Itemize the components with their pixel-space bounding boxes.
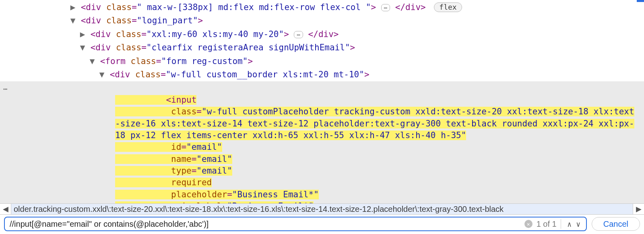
active-tab-indicator (637, 0, 644, 2)
prev-match-icon[interactable]: ∧ (565, 220, 574, 228)
search-input[interactable] (9, 219, 524, 229)
ellipsis-icon[interactable]: ⋯ (381, 4, 390, 11)
clear-search-icon[interactable]: ✕ (524, 220, 533, 228)
expand-icon[interactable]: ▶ (80, 29, 85, 40)
dom-node[interactable]: ▶ <div class="xxl:my-60 xls:my-40 my-20"… (0, 28, 644, 41)
dom-node[interactable]: ▼ <div class="login_part"> (0, 14, 644, 27)
divider (561, 219, 561, 229)
dom-node[interactable]: ▶ <div class=" max-w-[338px] md:flex md:… (0, 1, 644, 14)
find-bar: ✕ 1 of 1 ∧ ∨ Cancel (0, 215, 644, 234)
next-match-icon[interactable]: ∨ (574, 220, 583, 228)
breadcrumb-text[interactable]: older.tracking-custom.xxld\:text-size-20… (11, 205, 633, 214)
collapse-icon[interactable]: ▼ (70, 15, 76, 27)
dom-tree[interactable]: ▶ <div class=" max-w-[338px] md:flex md:… (0, 0, 644, 203)
breadcrumb-scroll-right-icon[interactable]: ▶ (633, 204, 644, 214)
collapse-icon[interactable]: ▼ (99, 69, 105, 81)
dom-node[interactable]: ▼ <form class="form reg-custom"> (0, 55, 644, 68)
ellipsis-icon[interactable]: ⋯ (294, 31, 303, 38)
collapse-icon[interactable]: ▼ (89, 56, 95, 67)
dom-node[interactable]: ▼ <div class="w-full custom__border xls:… (0, 68, 644, 81)
match-count: 1 of 1 (537, 220, 557, 229)
search-box: ✕ 1 of 1 ∧ ∨ (4, 217, 587, 231)
expand-icon[interactable]: ▶ (70, 2, 76, 13)
flex-badge[interactable]: flex (434, 2, 462, 12)
collapse-icon[interactable]: ▼ (80, 42, 85, 54)
dom-node[interactable]: ▼ <div class="clearfix registeraArea sig… (0, 41, 644, 54)
gutter-menu-icon[interactable]: ⋯ (3, 84, 8, 94)
selected-dom-node[interactable]: ⋯ <input class="w-full customPlaceholder… (0, 81, 644, 203)
breadcrumb-scroll-left-icon[interactable]: ◀ (0, 204, 11, 214)
breadcrumb: ◀ older.tracking-custom.xxld\:text-size-… (0, 203, 644, 215)
cancel-button[interactable]: Cancel (592, 217, 640, 231)
